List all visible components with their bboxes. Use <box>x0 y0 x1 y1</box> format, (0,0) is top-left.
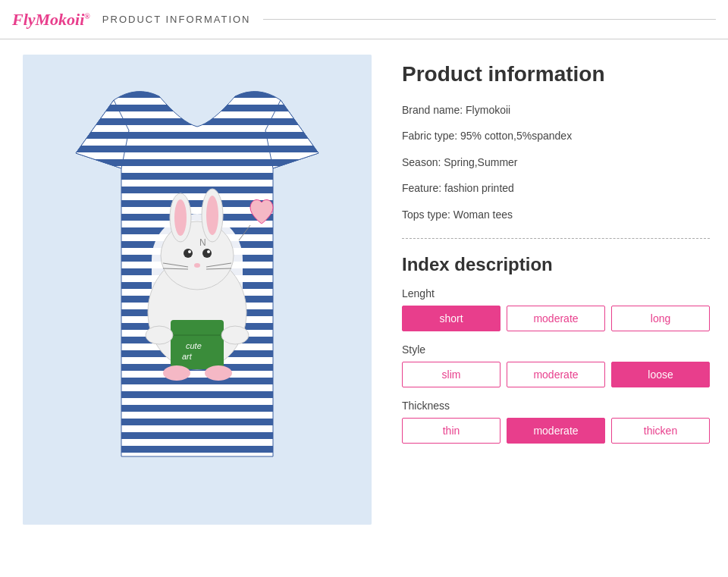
length-section: Lenght short moderate long <box>402 287 710 331</box>
nav-label: PRODUCT INFORMATION <box>102 14 251 25</box>
section-divider <box>402 238 710 239</box>
svg-point-24 <box>163 365 190 381</box>
header-line <box>263 19 716 20</box>
brand-label: Brand name: <box>402 104 463 116</box>
season-row: Season: Spring,Summer <box>402 154 710 171</box>
main-content: cute art N Product information <box>0 39 728 577</box>
length-options: short moderate long <box>402 306 710 331</box>
tshirt-illustration: cute art N <box>53 77 341 502</box>
thickness-moderate-button[interactable]: moderate <box>507 418 605 444</box>
svg-text:cute: cute <box>186 341 202 350</box>
length-moderate-button[interactable]: moderate <box>507 306 605 331</box>
index-title: Index description <box>402 254 710 275</box>
brand-row: Brand name: Flymokoii <box>402 102 710 118</box>
svg-point-25 <box>205 365 232 381</box>
length-label: Lenght <box>402 287 710 299</box>
svg-point-9 <box>184 249 193 258</box>
season-value: Spring,Summer <box>444 156 517 168</box>
tshirt-background: cute art N <box>23 55 372 525</box>
brand-value: Flymokoii <box>466 104 510 116</box>
length-long-button[interactable]: long <box>611 306 710 331</box>
length-short-button[interactable]: short <box>402 306 500 331</box>
feature-row: Feature: fashion printed <box>402 180 710 196</box>
svg-point-10 <box>202 249 212 258</box>
svg-text:N: N <box>199 237 206 248</box>
season-label: Season: <box>402 156 441 168</box>
svg-point-6 <box>174 199 187 236</box>
style-slim-button[interactable]: slim <box>402 362 500 387</box>
svg-point-8 <box>206 196 218 235</box>
style-moderate-button[interactable]: moderate <box>507 362 605 387</box>
svg-point-12 <box>207 250 210 253</box>
style-label: Style <box>402 343 710 356</box>
fabric-label: Fabric type: <box>402 130 457 142</box>
fabric-value: 95% cotton,5%spandex <box>460 130 572 142</box>
svg-point-22 <box>146 326 173 344</box>
product-image: cute art N <box>23 55 372 525</box>
thickness-options: thin moderate thicken <box>402 418 710 444</box>
product-title: Product information <box>402 62 710 86</box>
fabric-row: Fabric type: 95% cotton,5%spandex <box>402 127 710 144</box>
svg-point-23 <box>221 326 249 344</box>
style-options: slim moderate loose <box>402 362 710 387</box>
header: FlyMokoii® PRODUCT INFORMATION <box>0 0 728 39</box>
logo: FlyMokoii® <box>12 10 90 30</box>
style-section: Style slim moderate loose <box>402 343 710 387</box>
thickness-thicken-button[interactable]: thicken <box>611 418 710 444</box>
svg-point-11 <box>188 250 191 253</box>
thickness-thin-button[interactable]: thin <box>402 418 500 444</box>
style-loose-button[interactable]: loose <box>611 362 710 387</box>
feature-value: fashion printed <box>444 182 514 194</box>
feature-label: Feature: <box>402 182 441 194</box>
tops-value: Woman tees <box>453 209 513 221</box>
tops-label: Tops type: <box>402 209 450 221</box>
thickness-label: Thickness <box>402 400 710 412</box>
thickness-section: Thickness thin moderate thicken <box>402 400 710 444</box>
tops-row: Tops type: Woman tees <box>402 206 710 223</box>
svg-point-13 <box>194 263 200 268</box>
product-info-panel: Product information Brand name: Flymokoi… <box>402 55 710 562</box>
svg-text:art: art <box>182 352 193 361</box>
